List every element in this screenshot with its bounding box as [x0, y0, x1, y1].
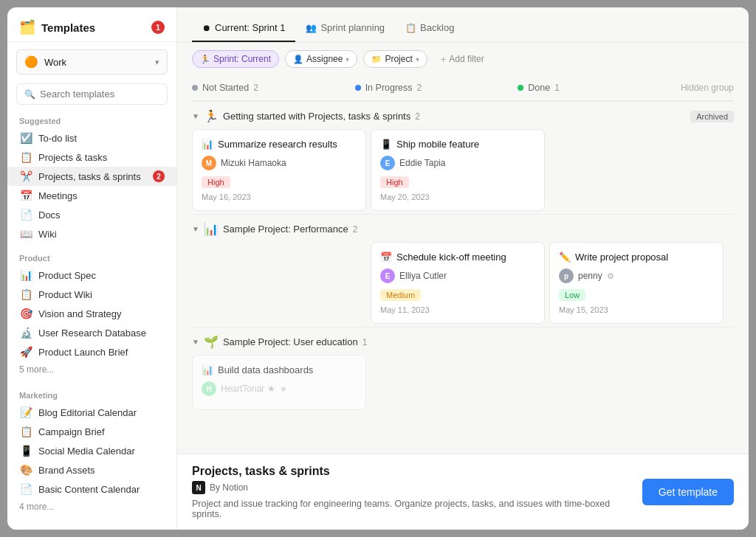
- search-input[interactable]: [40, 89, 159, 100]
- group-2-count: 2: [353, 224, 358, 235]
- filter-project[interactable]: 📁 Project ▾: [363, 50, 427, 68]
- not-started-dot: [192, 85, 198, 91]
- tab-sprint-planning[interactable]: 👥 Sprint planning: [295, 18, 395, 42]
- product-section-label: Product: [7, 254, 176, 266]
- sprint1-label: Current: Sprint 1: [215, 22, 285, 33]
- card-kickoff-date: May 11, 2023: [380, 305, 535, 314]
- sidebar-item-content-calendar[interactable]: 📄 Basic Content Calendar: [7, 479, 176, 499]
- add-filter-button[interactable]: + Add filter: [433, 51, 492, 68]
- campaign-brief-icon: 📋: [19, 426, 32, 437]
- group-1-toggle[interactable]: ▼: [192, 112, 199, 120]
- sprint-planning-icon: 👥: [306, 23, 317, 33]
- col-not-started-label: Not Started: [202, 83, 249, 93]
- card-proposal[interactable]: ✏️ Write project proposal p penny ⚙ Low …: [549, 242, 724, 324]
- group-3-count: 1: [362, 337, 368, 347]
- sidebar-item-docs[interactable]: 📄 Docs: [7, 205, 176, 224]
- sidebar-item-product-spec[interactable]: 📊 Product Spec: [7, 266, 176, 285]
- sidebar-item-blog-calendar[interactable]: 📝 Blog Editorial Calendar: [7, 403, 176, 422]
- card-kickoff-assignee: Elliya Cutler: [399, 271, 447, 281]
- marketing-more[interactable]: 4 more...: [7, 499, 176, 518]
- card-kickoff-priority: Medium: [380, 289, 421, 301]
- kanban-group-3: ▼ 🌱 Sample Project: User education 1 📊 B…: [192, 327, 734, 413]
- engineering-section-label: Engineering: [7, 528, 176, 530]
- sidebar-item-user-research[interactable]: 🔬 User Research Database: [7, 323, 176, 342]
- workspace-dropdown[interactable]: 🟠 Work ▾: [16, 49, 168, 75]
- social-media-icon: 📱: [19, 445, 32, 457]
- product-launch-icon: 🚀: [19, 346, 32, 358]
- card-ship-mobile-title: Ship mobile feature: [396, 139, 479, 150]
- card-dashboards-assignee: HeartTonar ★: [221, 384, 275, 394]
- product-wiki-icon: 📋: [19, 288, 32, 300]
- card-proposal-date: May 15, 2023: [559, 305, 714, 314]
- add-filter-icon: +: [441, 54, 447, 65]
- card-kickoff-icon: 📅: [380, 252, 392, 263]
- campaign-brief-label: Campaign Brief: [38, 426, 165, 437]
- by-label: By Notion: [210, 482, 248, 493]
- card-kickoff[interactable]: 📅 Schedule kick-off meeting E Elliya Cut…: [371, 242, 545, 324]
- sidebar-item-wiki[interactable]: 📖 Wiki: [7, 224, 176, 243]
- group3-in-progress-empty: [371, 352, 549, 413]
- tab-sprint1[interactable]: ⏺ Current: Sprint 1: [192, 18, 295, 42]
- sidebar-item-projects-sprints[interactable]: ✂️ Projects, tasks & sprints 2: [7, 167, 176, 186]
- suggested-section: Suggested ☑️ To-do list 📋 Projects & tas…: [7, 109, 176, 246]
- card-ship-mobile-date: May 20, 2023: [380, 193, 535, 201]
- card-ship-mobile[interactable]: 📱 Ship mobile feature E Eddie Tapia High…: [371, 129, 545, 211]
- product-section: Product 📊 Product Spec 📋 Product Wiki 🎯 …: [7, 246, 176, 384]
- projects-sprints-icon: ✂️: [19, 170, 32, 182]
- vision-label: Vision and Strategy: [38, 308, 165, 319]
- todo-icon: ☑️: [19, 132, 32, 144]
- sidebar-item-social-media[interactable]: 📱 Social Media Calendar: [7, 441, 176, 460]
- docs-icon: 📄: [19, 209, 32, 221]
- sidebar-item-todo[interactable]: ☑️ To-do list: [7, 128, 176, 148]
- tab-backlog[interactable]: 📋 Backlog: [395, 18, 464, 42]
- content-calendar-label: Basic Content Calendar: [38, 484, 165, 495]
- sidebar-item-product-launch[interactable]: 🚀 Product Launch Brief: [7, 342, 176, 361]
- projects-sprints-label: Projects, tasks & sprints: [38, 171, 147, 182]
- sidebar-item-campaign-brief[interactable]: 📋 Campaign Brief: [7, 422, 176, 441]
- content-calendar-icon: 📄: [19, 483, 32, 495]
- brand-assets-icon: 🎨: [19, 464, 32, 476]
- col-header-hidden: Hidden group: [681, 75, 734, 100]
- card-proposal-star: ⚙: [607, 271, 614, 281]
- engineering-section: Engineering 🔧 Engineering Tech Spec: [7, 521, 176, 530]
- sidebar-item-product-wiki[interactable]: 📋 Product Wiki: [7, 285, 176, 304]
- sidebar-item-brand-assets[interactable]: 🎨 Brand Assets: [7, 460, 176, 479]
- kanban-group-1: ▼ 🏃 Getting started with Projects, tasks…: [192, 101, 734, 214]
- group-1-count: 2: [415, 111, 420, 122]
- card-summarize-assignee: Mizuki Hamaoka: [221, 158, 286, 168]
- get-template-button[interactable]: Get template: [642, 479, 734, 505]
- product-more[interactable]: 5 more...: [7, 361, 176, 381]
- col-in-progress-count: 2: [417, 83, 422, 93]
- brand-assets-label: Brand Assets: [38, 465, 165, 476]
- card-proposal-icon: ✏️: [559, 252, 571, 263]
- card-summarize[interactable]: 📊 Summarize research results M Mizuki Ha…: [192, 129, 366, 211]
- card-summarize-date: May 16, 2023: [202, 193, 357, 201]
- product-spec-icon: 📊: [19, 269, 32, 281]
- search-icon: 🔍: [24, 89, 35, 100]
- card-proposal-avatar: p: [559, 268, 574, 283]
- card-proposal-assignee: penny: [578, 271, 602, 281]
- col-header-not-started: Not Started 2: [192, 75, 355, 100]
- card-dashboards-avatar: H: [202, 381, 216, 396]
- col-in-progress-label: In Progress: [365, 83, 413, 93]
- backlog-icon: 📋: [405, 23, 416, 33]
- filter-assignee[interactable]: 👤 Assignee ▾: [285, 50, 357, 68]
- filter-assignee-label: Assignee: [306, 54, 343, 64]
- filter-project-label: Project: [385, 54, 412, 64]
- group-3-toggle[interactable]: ▼: [192, 338, 199, 346]
- filter-sprint[interactable]: 🏃 Sprint: Current: [192, 50, 279, 68]
- card-ship-mobile-avatar: E: [380, 156, 395, 170]
- card-dashboards[interactable]: 📊 Build data dashboards H HeartTonar ★ ★: [192, 355, 366, 410]
- group-2-toggle[interactable]: ▼: [192, 225, 199, 233]
- group2-not-started-empty: [192, 239, 371, 327]
- sidebar-item-vision-strategy[interactable]: 🎯 Vision and Strategy: [7, 304, 176, 323]
- template-info: Projects, tasks & sprints N By Notion Pr…: [192, 465, 642, 519]
- social-media-label: Social Media Calendar: [38, 446, 165, 457]
- card-ship-mobile-assignee: Eddie Tapia: [399, 158, 446, 168]
- sidebar-item-projects-tasks[interactable]: 📋 Projects & tasks: [7, 148, 176, 167]
- add-filter-label: Add filter: [449, 54, 484, 64]
- card-kickoff-title: Schedule kick-off meeting: [396, 252, 506, 263]
- content-area: ⏺ Current: Sprint 1 👥 Sprint planning 📋 …: [177, 7, 749, 530]
- sidebar-item-meetings[interactable]: 📅 Meetings: [7, 186, 176, 205]
- filter-bar: 🏃 Sprint: Current 👤 Assignee ▾ 📁 Project…: [177, 43, 749, 75]
